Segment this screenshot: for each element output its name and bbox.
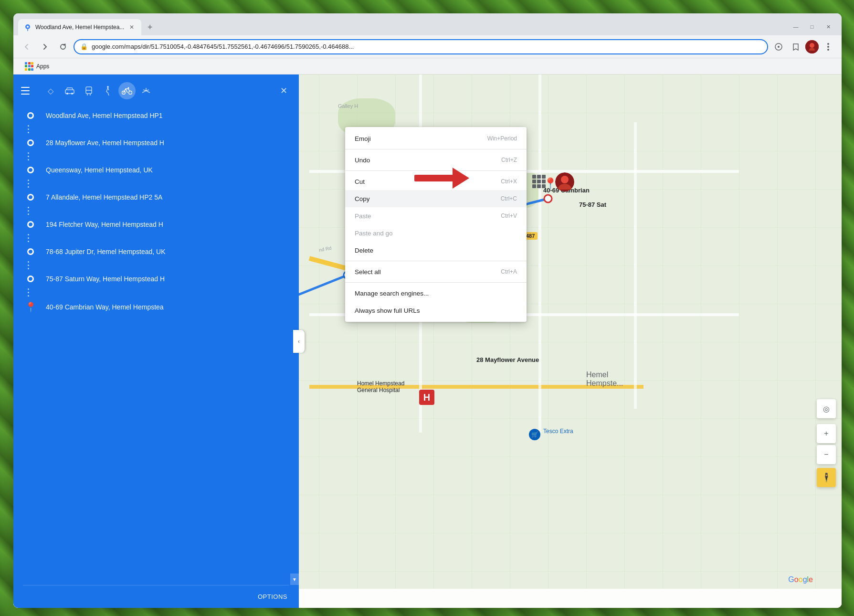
map-profile: [555, 172, 574, 191]
waypoint-destination[interactable]: 📍 40-69 Cambrian Way, Hemel Hempstea: [13, 297, 299, 317]
context-menu: Emoji Win+Period Undo Ctrl+Z Cut Ctrl+X …: [345, 127, 527, 322]
context-menu-undo[interactable]: Undo Ctrl+Z: [345, 151, 527, 169]
close-button[interactable]: ✕: [821, 22, 836, 32]
toolbar: 🔒 google.com/maps/dir/51.7510054,-0.4847…: [13, 35, 842, 58]
url-text: google.com/maps/dir/51.7510054,-0.484764…: [92, 43, 761, 50]
directions-sidebar: ◇ ✕: [13, 74, 299, 608]
new-tab-button[interactable]: +: [143, 21, 157, 34]
scroll-down-btn[interactable]: ▼: [290, 574, 299, 585]
context-menu-paste-go[interactable]: Paste and go: [345, 224, 527, 242]
paste-go-label: Paste and go: [355, 230, 393, 237]
context-menu-delete[interactable]: Delete: [345, 242, 527, 259]
dot5: [28, 65, 31, 67]
reload-button[interactable]: [55, 39, 71, 54]
back-button[interactable]: [19, 39, 34, 54]
connector-6: [13, 260, 299, 270]
chrome-window: Woodland Ave, Hemel Hempstea... ✕ + — □ …: [13, 13, 842, 608]
paste-shortcut: Ctrl+V: [501, 212, 517, 219]
active-tab[interactable]: Woodland Ave, Hemel Hempstea... ✕: [18, 19, 141, 35]
undo-shortcut: Ctrl+Z: [501, 157, 517, 163]
context-menu-paste[interactable]: Paste Ctrl+V: [345, 207, 527, 224]
connector-5: [13, 233, 299, 243]
collapse-handle[interactable]: ‹: [293, 330, 305, 353]
car-mode-btn[interactable]: [61, 82, 78, 99]
waypoints-list: Woodland Ave, Hemel Hempstead HP1 28 May…: [13, 103, 299, 585]
toolbar-right: [771, 39, 836, 54]
zoom-in-btn[interactable]: +: [817, 424, 836, 443]
context-menu-emoji[interactable]: Emoji Win+Period: [345, 130, 527, 147]
waypoint-stop-6[interactable]: 75-87 Saturn Way, Hemel Hempstead H: [13, 270, 299, 287]
context-menu-show-urls[interactable]: Always show full URLs: [345, 302, 527, 319]
stop2-dot: [27, 167, 34, 173]
zoom-out-btn[interactable]: −: [817, 445, 836, 464]
waypoint-stop-5[interactable]: 78-68 Jupiter Dr, Hemel Hempstead, UK: [13, 243, 299, 260]
sidebar-header: ◇ ✕: [13, 74, 299, 103]
google-o2: o: [799, 575, 803, 584]
context-menu-copy[interactable]: Copy Ctrl+C: [345, 190, 527, 207]
walk-mode-btn[interactable]: [99, 82, 116, 99]
context-menu-manage-engines[interactable]: Manage search engines...: [345, 285, 527, 302]
saturn-label: 75-87 Sat: [579, 201, 606, 208]
connector-2: [13, 151, 299, 161]
options-button[interactable]: OPTIONS: [254, 591, 291, 602]
connector-7: [13, 287, 299, 297]
galley-label: Galley H: [338, 103, 358, 109]
location-btn[interactable]: ◎: [817, 399, 836, 418]
bookmarks-bar: Apps: [13, 58, 842, 74]
waypoint-stop-4[interactable]: 194 Fletcher Way, Hemel Hempstead H: [13, 216, 299, 233]
apps-bookmark[interactable]: Apps: [21, 60, 53, 73]
tesco-marker: 🛒: [529, 429, 540, 440]
waypoint-stop-2[interactable]: Queensway, Hemel Hempstead, UK: [13, 161, 299, 179]
dot4: [25, 65, 27, 67]
svg-point-15: [561, 176, 569, 183]
close-sidebar-btn[interactable]: ✕: [276, 83, 291, 98]
cut-label: Cut: [355, 178, 365, 185]
address-bar[interactable]: 🔒 google.com/maps/dir/51.7510054,-0.4847…: [74, 39, 768, 54]
waypoint-origin[interactable]: Woodland Ave, Hemel Hempstead HP1: [13, 107, 299, 124]
extensions-button[interactable]: [771, 39, 786, 54]
stop3-dot: [27, 194, 34, 201]
bookmark-button[interactable]: [788, 39, 803, 54]
paste-label: Paste: [355, 212, 371, 220]
menu-button[interactable]: [821, 39, 836, 54]
hospital-marker: H: [419, 390, 434, 405]
svg-point-1: [27, 26, 29, 28]
tab-close-btn[interactable]: ✕: [128, 23, 136, 31]
dot1: [25, 62, 27, 64]
menu-divider-3: [345, 261, 527, 261]
waypoint-stop-3[interactable]: 7 Allandale, Hemel Hempstead HP2 5A: [13, 189, 299, 206]
google-g2: g: [803, 575, 807, 584]
menu-divider-4: [345, 282, 527, 283]
forward-button[interactable]: [37, 39, 53, 54]
arrow-head: [453, 168, 469, 189]
profile-avatar[interactable]: [805, 40, 819, 53]
stop4-dot: [27, 221, 34, 228]
dot7: [25, 68, 27, 71]
dot8: [28, 68, 31, 71]
sidebar-menu-button[interactable]: [21, 83, 36, 98]
stop2-connector: [23, 167, 38, 173]
svg-point-3: [778, 46, 780, 48]
stop3-connector: [23, 194, 38, 201]
maximize-button[interactable]: □: [804, 22, 820, 32]
delete-label: Delete: [355, 247, 373, 254]
menu-line-2: [21, 90, 30, 91]
origin-dot: [27, 112, 34, 119]
minimize-button[interactable]: —: [788, 22, 803, 32]
waypoint-stop-1[interactable]: 28 Mayflower Ave, Hemel Hempstead H: [13, 134, 299, 151]
pegman-btn[interactable]: 🕴: [817, 468, 836, 487]
directions-mode-btn[interactable]: ◇: [42, 82, 59, 99]
bike-mode-btn[interactable]: [118, 82, 136, 99]
svg-point-7: [827, 46, 829, 48]
window-controls: — □ ✕: [782, 22, 842, 35]
google-o1: o: [794, 575, 799, 584]
road-v2: [538, 74, 541, 433]
context-menu-select-all[interactable]: Select all Ctrl+A: [345, 263, 527, 280]
transit-mode-btn[interactable]: [80, 82, 97, 99]
flight-mode-btn[interactable]: [137, 82, 155, 99]
copy-shortcut: Ctrl+C: [501, 195, 517, 202]
menu-line-1: [21, 87, 30, 88]
apps-grid-icon: [25, 62, 33, 71]
waypoint-text-5: 78-68 Jupiter Dr, Hemel Hempstead, UK: [46, 248, 166, 255]
svg-point-25: [129, 91, 132, 95]
